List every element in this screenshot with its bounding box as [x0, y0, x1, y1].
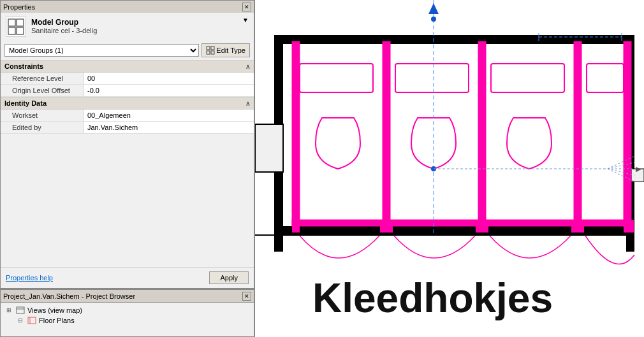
- ref-level-row: Reference Level 00: [1, 73, 254, 85]
- browser-tree-floor-plans: ⊟ Floor Plans: [4, 315, 250, 326]
- properties-content: Model Group Sanitaire cel - 3-delig ▼ Mo…: [0, 13, 254, 289]
- workset-label: Workset: [1, 110, 84, 121]
- svg-rect-2: [8, 27, 15, 34]
- model-group-icon: [6, 17, 26, 37]
- svg-rect-28: [571, 220, 584, 233]
- project-browser-panel: Project_Jan.Van.Sichem - Project Browser…: [0, 289, 254, 337]
- model-group-text: Model Group Sanitaire cel - 3-delig: [31, 17, 97, 34]
- floor-plans-expand-icon[interactable]: ⊟: [16, 316, 25, 325]
- model-group-svg: [7, 18, 25, 36]
- properties-panel: Properties ✕ Model Group Sanitaire cel -…: [0, 0, 254, 289]
- svg-rect-20: [383, 41, 390, 226]
- ref-level-label: Reference Level: [1, 73, 84, 84]
- floor-plan-svg: Kleedhokjes: [255, 0, 644, 337]
- browser-content: ⊞ Views (view map) ⊟ Floor Plans: [1, 303, 254, 336]
- ref-level-value: 00: [84, 73, 254, 84]
- svg-rect-22: [574, 41, 582, 226]
- svg-rect-8: [17, 307, 24, 313]
- edit-type-icon: [206, 46, 215, 55]
- model-groups-dropdown[interactable]: Model Groups (1): [4, 44, 199, 57]
- spacer: [1, 134, 254, 267]
- origin-level-row: Origin Level Offset -0.0: [1, 85, 254, 97]
- edited-by-row: Edited by Jan.Van.Sichem: [1, 122, 254, 134]
- right-scroll-arrow[interactable]: ►: [634, 164, 643, 174]
- properties-close-button[interactable]: ✕: [242, 3, 251, 11]
- svg-rect-3: [17, 27, 24, 34]
- identity-data-chevron[interactable]: ∧: [245, 100, 250, 107]
- apply-button[interactable]: Apply: [209, 271, 249, 284]
- model-group-name: Model Group: [31, 18, 97, 27]
- drawing-area: Kleedhokjes ►: [255, 0, 644, 337]
- views-label[interactable]: Views (view map): [27, 306, 82, 314]
- constraints-chevron[interactable]: ∧: [245, 63, 250, 70]
- left-panel: Properties ✕ Model Group Sanitaire cel -…: [0, 0, 255, 337]
- browser-title: Project_Jan.Van.Sichem - Project Browser: [3, 292, 135, 300]
- svg-rect-19: [292, 41, 300, 226]
- svg-rect-26: [380, 220, 393, 233]
- views-icon: [16, 306, 25, 315]
- identity-data-section-header: Identity Data ∧: [1, 97, 254, 110]
- svg-rect-27: [476, 220, 488, 233]
- svg-rect-23: [624, 41, 631, 226]
- constraints-label: Constraints: [4, 62, 43, 70]
- floor-plans-icon: [27, 316, 36, 325]
- properties-help-link[interactable]: Properties help: [6, 274, 53, 282]
- panel-scroll-arrow[interactable]: ▼: [242, 17, 249, 24]
- svg-rect-4: [207, 47, 210, 50]
- dropdown-row: Model Groups (1) Edit Type: [1, 41, 254, 60]
- floor-plans-label[interactable]: Floor Plans: [39, 317, 75, 324]
- origin-level-label: Origin Level Offset: [1, 85, 84, 96]
- svg-rect-10: [28, 317, 36, 324]
- svg-rect-29: [624, 220, 634, 233]
- model-group-subname: Sanitaire cel - 3-delig: [31, 27, 97, 34]
- svg-rect-0: [8, 19, 15, 26]
- svg-point-37: [431, 17, 436, 22]
- browser-tree-views: ⊞ Views (view map): [4, 305, 250, 315]
- properties-title: Properties: [3, 3, 35, 11]
- edit-type-label: Edit Type: [216, 47, 245, 54]
- edited-by-value: Jan.Van.Sichem: [84, 122, 254, 133]
- kleedhokjes-label: Kleedhokjes: [312, 275, 553, 321]
- browser-titlebar: Project_Jan.Van.Sichem - Project Browser…: [1, 290, 254, 303]
- svg-rect-5: [211, 47, 214, 50]
- model-group-header: Model Group Sanitaire cel - 3-delig ▼: [1, 13, 254, 41]
- origin-level-value: -0.0: [84, 85, 254, 96]
- svg-rect-6: [207, 51, 210, 54]
- svg-rect-25: [292, 220, 300, 233]
- edit-type-button[interactable]: Edit Type: [201, 43, 250, 57]
- browser-close-button[interactable]: ✕: [242, 292, 251, 301]
- workset-row: Workset: [1, 110, 254, 122]
- svg-rect-1: [17, 19, 24, 26]
- workset-input[interactable]: [84, 110, 254, 121]
- svg-rect-7: [211, 51, 214, 54]
- edited-by-label: Edited by: [1, 122, 84, 133]
- constraints-section-header: Constraints ∧: [1, 60, 254, 73]
- apply-area: Properties help Apply: [1, 267, 254, 288]
- expand-icon[interactable]: ⊞: [4, 306, 13, 315]
- svg-rect-17: [255, 124, 283, 172]
- identity-data-label: Identity Data: [4, 99, 47, 107]
- svg-rect-21: [478, 41, 486, 226]
- properties-titlebar: Properties ✕: [0, 0, 254, 13]
